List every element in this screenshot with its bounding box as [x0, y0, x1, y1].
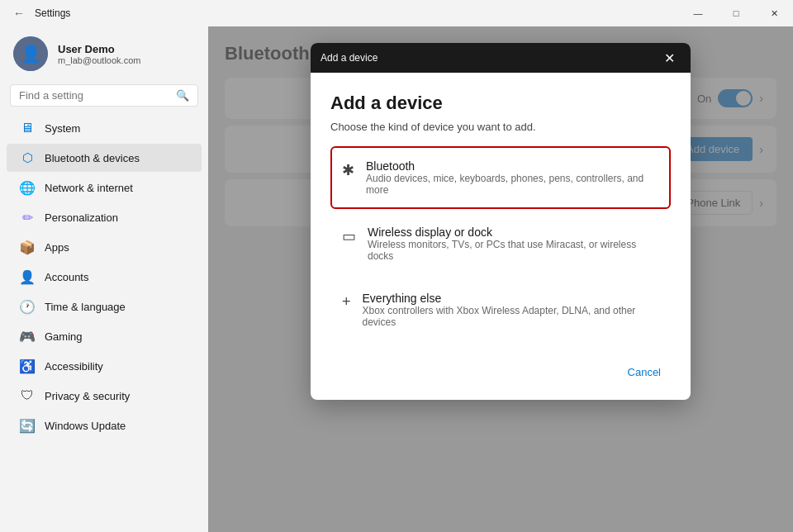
sidebar-label-network: Network & internet [45, 182, 133, 194]
personalization-icon: ✏ [20, 210, 35, 225]
sidebar-label-system: System [45, 122, 80, 135]
accounts-icon: 👤 [20, 269, 35, 284]
privacy-icon: 🛡 [20, 388, 35, 403]
sidebar-label-accessibility: Accessibility [45, 360, 103, 373]
app-body: 👤 User Demo m_lab@outlook.com 🔍 🖥 System… [0, 26, 793, 532]
everything-opt-content: Everything else Xbox controllers with Xb… [363, 292, 659, 328]
dialog-main-title: Add a device [330, 93, 671, 114]
titlebar: ← Settings — □ ✕ [0, 0, 793, 26]
content-area: Bluetooth & devices On › Add device › [208, 26, 793, 532]
app-title: Settings [35, 7, 70, 19]
sidebar-item-update[interactable]: 🔄 Windows Update [7, 411, 202, 439]
wireless-opt-content: Wireless display or dock Wireless monito… [368, 226, 659, 262]
sidebar-item-network[interactable]: 🌐 Network & internet [7, 173, 202, 202]
dialog-close-button[interactable]: ✕ [658, 46, 681, 69]
add-device-dialog: Add a device ✕ Add a device Choose the k… [311, 43, 691, 400]
dialog-backdrop: Add a device ✕ Add a device Choose the k… [208, 26, 793, 532]
update-icon: 🔄 [20, 418, 35, 433]
wireless-opt-desc: Wireless monitors, TVs, or PCs that use … [368, 239, 659, 262]
back-button[interactable]: ← [10, 7, 28, 20]
sidebar-label-apps: Apps [45, 241, 69, 254]
sidebar-item-time[interactable]: 🕐 Time & language [7, 292, 202, 321]
bluetooth-opt-content: Bluetooth Audio devices, mice, keyboards… [366, 159, 659, 196]
user-info: User Demo m_lab@outlook.com [58, 43, 140, 65]
user-email: m_lab@outlook.com [58, 55, 140, 65]
network-icon: 🌐 [20, 180, 35, 195]
bluetooth-opt-icon: ✱ [342, 161, 354, 179]
window-controls: — □ ✕ [679, 0, 793, 26]
dialog-footer: Cancel [311, 351, 691, 400]
sidebar-label-update: Windows Update [45, 420, 126, 432]
titlebar-left: ← Settings [10, 7, 70, 20]
dialog-body: Add a device Choose the kind of device y… [311, 73, 691, 351]
sidebar-item-accessibility[interactable]: ♿ Accessibility [7, 352, 202, 380]
bluetooth-opt-desc: Audio devices, mice, keyboards, phones, … [366, 173, 659, 196]
wireless-opt-title: Wireless display or dock [368, 226, 659, 239]
dialog-titlebar: Add a device ✕ [311, 43, 691, 73]
sidebar-label-bluetooth: Bluetooth & devices [45, 152, 140, 164]
bluetooth-opt-title: Bluetooth [366, 159, 659, 173]
dialog-subtitle: Choose the kind of device you want to ad… [330, 121, 671, 133]
avatar-image: 👤 [13, 36, 48, 71]
cancel-button[interactable]: Cancel [618, 361, 671, 383]
sidebar-item-apps[interactable]: 📦 Apps [7, 233, 202, 261]
wireless-opt-icon: ▭ [342, 227, 356, 245]
sidebar-item-bluetooth[interactable]: ⬡ Bluetooth & devices [7, 144, 202, 172]
sidebar-label-personalization: Personalization [45, 211, 118, 224]
system-icon: 🖥 [20, 121, 35, 135]
sidebar-label-gaming: Gaming [45, 330, 83, 343]
sidebar-item-personalization[interactable]: ✏ Personalization [7, 203, 202, 231]
everything-opt-icon: + [342, 293, 351, 311]
minimize-button[interactable]: — [679, 0, 717, 26]
bluetooth-icon: ⬡ [20, 150, 35, 165]
sidebar-item-privacy[interactable]: 🛡 Privacy & security [7, 382, 202, 410]
sidebar-item-system[interactable]: 🖥 System [7, 114, 202, 142]
user-section: 👤 User Demo m_lab@outlook.com [0, 26, 208, 84]
dialog-option-everything[interactable]: + Everything else Xbox controllers with … [330, 278, 671, 341]
gaming-icon: 🎮 [20, 329, 35, 344]
everything-opt-desc: Xbox controllers with Xbox Wireless Adap… [363, 305, 659, 328]
sidebar-item-gaming[interactable]: 🎮 Gaming [7, 322, 202, 350]
search-input[interactable] [19, 89, 169, 102]
dialog-option-bluetooth[interactable]: ✱ Bluetooth Audio devices, mice, keyboar… [330, 146, 671, 209]
sidebar: 👤 User Demo m_lab@outlook.com 🔍 🖥 System… [0, 26, 208, 532]
sidebar-label-time: Time & language [45, 301, 126, 313]
sidebar-label-privacy: Privacy & security [45, 390, 130, 402]
dialog-option-wireless[interactable]: ▭ Wireless display or dock Wireless moni… [330, 212, 671, 275]
everything-opt-title: Everything else [363, 292, 659, 305]
search-icon: 🔍 [176, 89, 189, 102]
apps-icon: 📦 [20, 240, 35, 254]
user-name: User Demo [58, 43, 140, 55]
dialog-titlebar-text: Add a device [321, 52, 378, 64]
sidebar-label-accounts: Accounts [45, 271, 88, 283]
search-box[interactable]: 🔍 [10, 84, 198, 107]
close-button[interactable]: ✕ [755, 0, 793, 26]
time-icon: 🕐 [20, 299, 35, 314]
sidebar-item-accounts[interactable]: 👤 Accounts [7, 263, 202, 291]
maximize-button[interactable]: □ [717, 0, 755, 26]
accessibility-icon: ♿ [20, 359, 35, 373]
avatar: 👤 [13, 36, 48, 71]
